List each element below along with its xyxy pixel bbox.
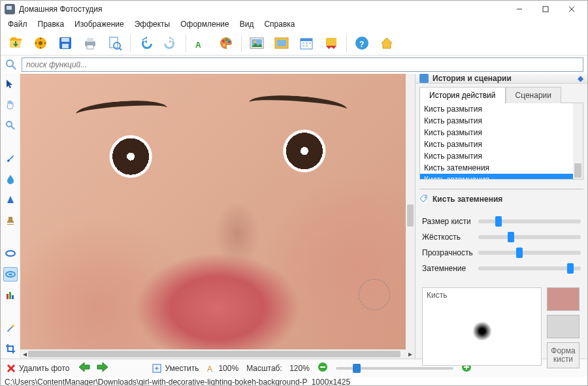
- brush-shape-button[interactable]: Форма кисти: [547, 342, 580, 368]
- history-scrollbar[interactable]: [573, 103, 583, 179]
- open-button[interactable]: [5, 33, 27, 54]
- tool-drop[interactable]: [3, 172, 18, 186]
- search-icon: [5, 58, 18, 71]
- svg-point-38: [425, 197, 426, 198]
- brush-preview-dot: [472, 321, 492, 341]
- slider-size[interactable]: [478, 219, 581, 223]
- menu-image[interactable]: Изображение: [70, 18, 129, 30]
- zoom-slider[interactable]: [336, 367, 453, 370]
- slider-hard[interactable]: [478, 235, 581, 239]
- svg-point-19: [228, 40, 231, 43]
- window-title: Домашняя Фотостудия: [19, 5, 506, 14]
- preview-button[interactable]: [104, 33, 126, 54]
- undo-button[interactable]: [135, 33, 157, 54]
- delete-photo-button[interactable]: Удалить фото: [6, 363, 69, 374]
- canvas-vscroll[interactable]: [406, 74, 415, 349]
- collapse-icon[interactable]: ◆: [578, 74, 583, 83]
- calendar-button[interactable]: [295, 33, 318, 54]
- right-panel: История и сценарии ◆ История действий Сц…: [415, 74, 587, 359]
- scale-label: Масштаб:: [246, 364, 282, 373]
- redo-button[interactable]: [159, 33, 182, 54]
- tool-stamp[interactable]: [3, 214, 18, 228]
- palette-button[interactable]: [215, 33, 237, 54]
- history-item[interactable]: Кисть затемнения: [420, 162, 583, 174]
- tool-brush[interactable]: [3, 151, 18, 165]
- slider-opac[interactable]: [478, 251, 581, 255]
- slider-hard-label: Жёсткость: [422, 233, 478, 242]
- tool-wand[interactable]: [3, 321, 18, 335]
- pic1-button[interactable]: [246, 33, 268, 54]
- scale-readout: Масштаб: 120%: [246, 364, 310, 373]
- home-button[interactable]: [376, 33, 398, 54]
- tool-zoom[interactable]: [3, 118, 18, 133]
- ribbon-button[interactable]: [320, 33, 342, 54]
- zoom-out-button[interactable]: [318, 362, 328, 374]
- tool-options-title: Кисть затемнения: [433, 195, 502, 204]
- menu-edit[interactable]: Правка: [33, 18, 69, 30]
- text-zoom-button[interactable]: A 100%: [206, 364, 238, 373]
- menu-effects[interactable]: Эффекты: [130, 18, 175, 30]
- brush-preview-row: Кисть Форма кисти: [416, 285, 587, 374]
- sliders-group: Размер кисти Жёсткость Прозрачность Зате…: [416, 206, 587, 285]
- svg-point-30: [7, 60, 13, 67]
- tool-dodge[interactable]: [3, 246, 18, 261]
- close-button[interactable]: [559, 1, 585, 17]
- save-button[interactable]: [54, 33, 76, 54]
- slider-size-label: Размер кисти: [422, 217, 478, 226]
- history-item[interactable]: Кисть размытия: [420, 103, 583, 115]
- history-list[interactable]: Кисть размытия Кисть размытия Кисть разм…: [420, 103, 583, 179]
- text-button[interactable]: A: [190, 33, 212, 54]
- menu-view[interactable]: Вид: [235, 18, 259, 30]
- svg-point-22: [253, 40, 256, 43]
- main-area: ◂▸ История и сценарии ◆ История действий…: [1, 74, 587, 359]
- maximize-button[interactable]: [532, 1, 559, 17]
- fit-button[interactable]: Уместить: [152, 363, 199, 374]
- svg-point-5: [35, 42, 37, 43]
- minimize-button[interactable]: [506, 1, 532, 17]
- tool-cone[interactable]: [3, 193, 18, 207]
- tab-history[interactable]: История действий: [419, 87, 506, 103]
- svg-point-32: [6, 251, 15, 256]
- pic2-button[interactable]: [270, 33, 293, 54]
- history-item[interactable]: Кисть размытия: [420, 115, 583, 127]
- tool-burn[interactable]: [3, 267, 18, 281]
- status-dims: 1000x1425: [312, 378, 350, 387]
- prev-photo-button[interactable]: [77, 361, 91, 375]
- history-body: Кисть размытия Кисть размытия Кисть разм…: [419, 103, 583, 180]
- history-item[interactable]: Кисть размытия: [420, 127, 583, 138]
- help-button[interactable]: ?: [351, 33, 373, 54]
- svg-point-34: [8, 274, 12, 276]
- svg-text:?: ?: [359, 40, 364, 49]
- brush-cursor: [359, 279, 390, 310]
- right-panel-header: История и сценарии ◆: [416, 74, 587, 84]
- tool-hand[interactable]: [3, 97, 18, 112]
- tool-options-header: Кисть затемнения: [419, 189, 583, 204]
- print-button[interactable]: [79, 33, 101, 54]
- tool-levels[interactable]: [3, 288, 18, 302]
- color-swatch-2[interactable]: [547, 315, 580, 338]
- scale-value: 120%: [289, 364, 310, 373]
- menu-decor[interactable]: Оформление: [176, 18, 233, 30]
- menu-file[interactable]: Файл: [3, 18, 32, 30]
- canvas[interactable]: [20, 74, 415, 349]
- status-path: C:\Users\ContentManager\Downloads\girl-w…: [5, 378, 308, 387]
- svg-rect-12: [87, 45, 93, 49]
- batch-button[interactable]: [29, 33, 52, 54]
- next-photo-button[interactable]: [95, 361, 110, 375]
- title-bar: Домашняя Фотостудия: [1, 1, 587, 18]
- search-input[interactable]: [22, 57, 583, 72]
- tool-pointer[interactable]: [3, 76, 18, 91]
- svg-point-3: [40, 37, 41, 39]
- canvas-hscroll[interactable]: ◂▸: [20, 349, 415, 359]
- svg-point-31: [7, 121, 12, 127]
- tool-crop[interactable]: [3, 342, 18, 356]
- color-swatch-1[interactable]: [547, 287, 580, 311]
- slider-dark[interactable]: [478, 266, 581, 270]
- history-item[interactable]: Кисть размытия: [420, 150, 583, 162]
- svg-rect-0: [543, 7, 548, 12]
- history-item[interactable]: Кисть затемнения: [420, 174, 583, 179]
- fit-label: Уместить: [165, 364, 199, 373]
- history-item[interactable]: Кисть размытия: [420, 138, 583, 150]
- tab-scenarios[interactable]: Сценарии: [506, 87, 561, 103]
- menu-help[interactable]: Справка: [259, 18, 299, 30]
